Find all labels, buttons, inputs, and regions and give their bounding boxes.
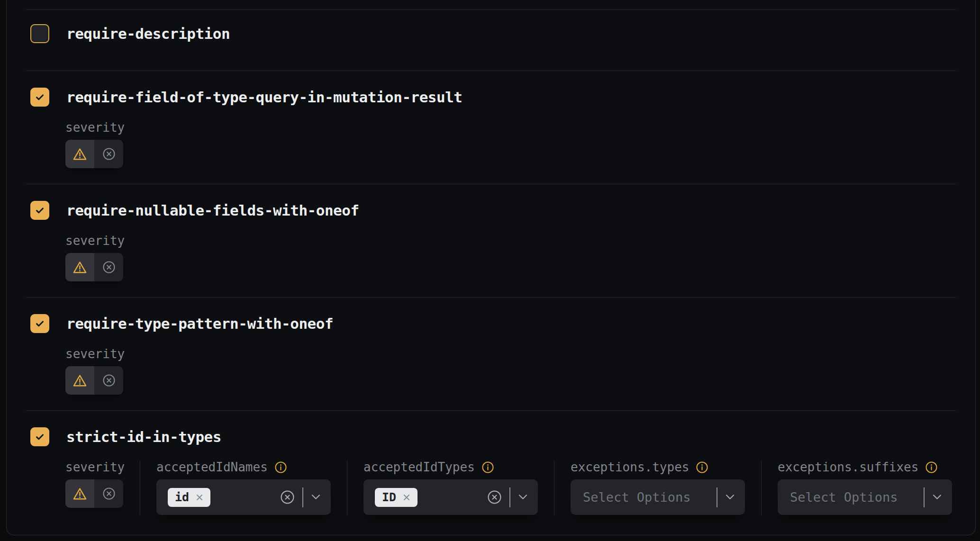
rule-row-require-nullable-fields-with-oneof: require-nullable-fields-with-oneof sever… bbox=[26, 184, 956, 297]
dropdown-open-button[interactable] bbox=[725, 494, 735, 501]
acceptedIdTypes-multiselect[interactable]: ID bbox=[363, 479, 538, 515]
option-column-acceptedIdTypes: acceptedIdTypes ID bbox=[347, 460, 538, 515]
severity-toggle bbox=[65, 140, 123, 168]
dropdown-open-button[interactable] bbox=[310, 494, 321, 501]
warning-icon bbox=[73, 260, 87, 275]
rule-title: require-field-of-type-query-in-mutation-… bbox=[66, 89, 463, 106]
option-label: exceptions.types bbox=[571, 460, 689, 474]
severity-error-button[interactable] bbox=[94, 366, 123, 395]
checkmark-icon bbox=[35, 92, 45, 102]
severity-label: severity bbox=[65, 347, 956, 361]
field-divider bbox=[924, 487, 925, 507]
info-icon[interactable] bbox=[696, 461, 708, 474]
checkmark-icon bbox=[35, 318, 45, 329]
rule-checkbox[interactable] bbox=[30, 314, 49, 333]
severity-label: severity bbox=[65, 121, 956, 134]
rule-checkbox[interactable] bbox=[30, 24, 49, 43]
checkmark-icon bbox=[35, 205, 45, 216]
exceptions-suffixes-select[interactable]: Select Options bbox=[778, 479, 952, 515]
acceptedIdNames-multiselect[interactable]: id bbox=[156, 479, 331, 515]
circle-x-icon bbox=[102, 373, 116, 388]
severity-warning-button[interactable] bbox=[65, 479, 94, 508]
circle-x-icon bbox=[280, 489, 295, 505]
circle-x-icon bbox=[102, 147, 116, 161]
chip-label: id bbox=[175, 490, 189, 504]
rule-checkbox[interactable] bbox=[30, 201, 49, 220]
field-divider bbox=[717, 487, 717, 507]
info-icon[interactable] bbox=[274, 461, 287, 474]
severity-warning-button[interactable] bbox=[65, 253, 94, 281]
clear-all-button[interactable] bbox=[280, 489, 295, 505]
rule-checkbox[interactable] bbox=[30, 427, 49, 446]
warning-icon bbox=[73, 147, 87, 162]
chip-remove-icon[interactable] bbox=[195, 493, 204, 502]
chip-ID: ID bbox=[375, 488, 417, 507]
warning-icon bbox=[73, 487, 87, 501]
dropdown-open-button[interactable] bbox=[932, 494, 943, 501]
severity-label: severity bbox=[65, 234, 956, 247]
option-column-acceptedIdNames: acceptedIdNames id bbox=[140, 460, 331, 515]
rule-checkbox[interactable] bbox=[30, 88, 49, 107]
warning-icon bbox=[73, 373, 87, 388]
rule-title: require-nullable-fields-with-oneof bbox=[66, 202, 359, 219]
chip-label: ID bbox=[382, 490, 396, 504]
circle-x-icon bbox=[487, 489, 502, 505]
chevron-down-icon bbox=[310, 494, 321, 501]
clear-all-button[interactable] bbox=[487, 489, 502, 505]
checkmark-icon bbox=[35, 432, 45, 442]
rule-title: require-type-pattern-with-oneof bbox=[66, 315, 333, 332]
exceptions-types-select[interactable]: Select Options bbox=[571, 479, 745, 515]
field-divider bbox=[302, 487, 303, 507]
select-placeholder: Select Options bbox=[583, 490, 691, 505]
rule-row-require-type-pattern-with-oneof: require-type-pattern-with-oneof severity bbox=[26, 297, 956, 410]
severity-toggle bbox=[65, 366, 123, 395]
severity-toggle bbox=[65, 479, 123, 508]
severity-error-button[interactable] bbox=[94, 253, 123, 281]
rule-title: strict-id-in-types bbox=[66, 428, 221, 445]
chip-id: id bbox=[168, 488, 210, 507]
rule-row-strict-id-in-types: strict-id-in-types severity bbox=[26, 410, 956, 515]
dropdown-open-button[interactable] bbox=[517, 494, 528, 501]
option-label: acceptedIdNames bbox=[156, 460, 268, 474]
chevron-down-icon bbox=[932, 494, 943, 501]
option-column-exceptions-types: exceptions.types Select Options bbox=[554, 460, 745, 515]
info-icon[interactable] bbox=[925, 461, 938, 474]
option-column-severity: severity bbox=[65, 460, 124, 515]
rule-row-require-field-of-type-query-in-mutation-result: require-field-of-type-query-in-mutation-… bbox=[26, 71, 956, 184]
option-label: exceptions.suffixes bbox=[778, 460, 918, 474]
severity-toggle bbox=[65, 253, 123, 281]
circle-x-icon bbox=[102, 487, 116, 501]
chip-remove-icon[interactable] bbox=[402, 493, 411, 502]
severity-warning-button[interactable] bbox=[65, 140, 94, 168]
severity-error-button[interactable] bbox=[94, 140, 123, 168]
chevron-down-icon bbox=[517, 494, 528, 501]
severity-error-button[interactable] bbox=[94, 479, 123, 508]
select-placeholder: Select Options bbox=[790, 490, 898, 505]
circle-x-icon bbox=[102, 260, 116, 274]
field-divider bbox=[509, 487, 510, 507]
severity-label: severity bbox=[65, 460, 124, 474]
option-column-exceptions-suffixes: exceptions.suffixes Select Options bbox=[761, 460, 952, 515]
chevron-down-icon bbox=[725, 494, 735, 501]
info-icon[interactable] bbox=[481, 461, 494, 474]
rule-row-require-description: require-description bbox=[26, 9, 956, 71]
rules-panel: require-description require-field-of-typ… bbox=[6, 0, 976, 535]
severity-warning-button[interactable] bbox=[65, 366, 94, 395]
option-label: acceptedIdTypes bbox=[363, 460, 475, 474]
rule-title: require-description bbox=[66, 25, 230, 42]
